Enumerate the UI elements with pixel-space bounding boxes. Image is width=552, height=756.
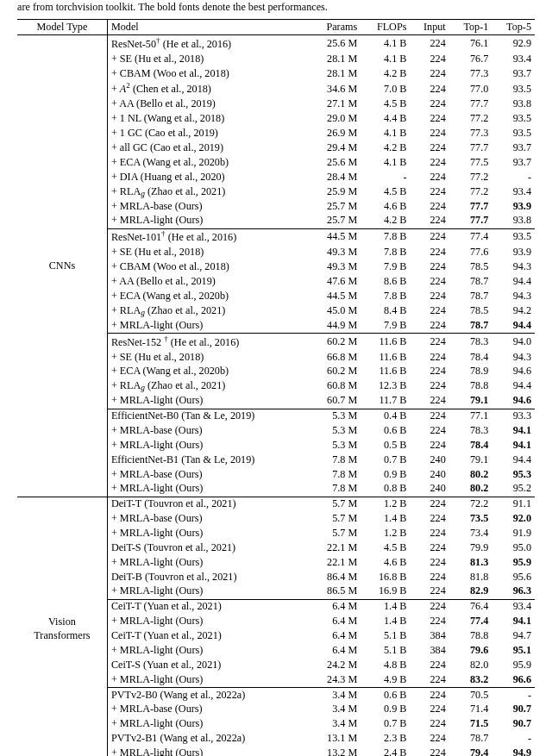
cell: 3.4 M bbox=[310, 717, 361, 732]
cell: 24.3 M bbox=[310, 672, 361, 687]
cell: 60.2 M bbox=[310, 365, 361, 379]
cell: 45.0 M bbox=[310, 303, 361, 318]
cell: 94.0 bbox=[492, 334, 535, 350]
cell: 77.5 bbox=[449, 155, 492, 170]
cell: 224 bbox=[410, 184, 448, 199]
cell: + SE (Hu et al., 2018) bbox=[107, 52, 310, 66]
cell: 7.0 B bbox=[361, 81, 410, 97]
cell: 4.5 B bbox=[361, 97, 410, 112]
cell: 93.4 bbox=[492, 599, 535, 614]
cell: 224 bbox=[410, 81, 448, 97]
cell: 78.8 bbox=[449, 379, 492, 394]
cell: 25.7 M bbox=[310, 199, 361, 214]
cell: 0.6 B bbox=[361, 688, 410, 703]
cell: 93.8 bbox=[492, 97, 535, 112]
cell: 94.4 bbox=[492, 379, 535, 394]
cell: + MRLA-base (Ours) bbox=[107, 199, 310, 214]
cell: 81.3 bbox=[449, 555, 492, 570]
cell: 60.8 M bbox=[310, 379, 361, 394]
cell: 7.8 M bbox=[310, 467, 361, 482]
cell: CeiT-S (Yuan et al., 2021) bbox=[107, 658, 310, 672]
results-table: Model Type Model Params FLOPs Input Top-… bbox=[17, 19, 535, 756]
cell: 224 bbox=[410, 409, 448, 423]
cell: PVTv2-B1 (Wang et al., 2022a) bbox=[107, 732, 310, 747]
cell: + RLAg (Zhao et al., 2021) bbox=[107, 303, 310, 318]
cell: + AA (Bello et al., 2019) bbox=[107, 274, 310, 289]
cell: 16.8 B bbox=[361, 570, 410, 584]
cell: 3.4 M bbox=[310, 688, 361, 703]
cell: 77.1 bbox=[449, 409, 492, 423]
cell: 77.7 bbox=[449, 141, 492, 155]
cell: 79.1 bbox=[449, 394, 492, 409]
col-top5: Top-5 bbox=[492, 20, 535, 35]
cell: 224 bbox=[410, 658, 448, 672]
cell: 224 bbox=[410, 555, 448, 570]
cell: 71.4 bbox=[449, 703, 492, 717]
cell: 29.4 M bbox=[310, 141, 361, 155]
cell: 94.2 bbox=[492, 303, 535, 318]
cell: + MRLA-light (Ours) bbox=[107, 214, 310, 228]
table-header-row: Model Type Model Params FLOPs Input Top-… bbox=[17, 20, 535, 35]
cell: + MRLA-base (Ours) bbox=[107, 512, 310, 527]
cell: + MRLA-light (Ours) bbox=[107, 615, 310, 629]
cell: 0.6 B bbox=[361, 424, 410, 439]
cell: 90.7 bbox=[492, 717, 535, 732]
cell: 11.6 B bbox=[361, 350, 410, 365]
cell: 4.8 B bbox=[361, 658, 410, 672]
cell: 1.2 B bbox=[361, 497, 410, 511]
cell: 95.1 bbox=[492, 643, 535, 658]
cell: 94.6 bbox=[492, 365, 535, 379]
cell: 77.4 bbox=[449, 228, 492, 245]
cell: EfficientNet-B0 (Tan & Le, 2019) bbox=[107, 409, 310, 423]
cell: 224 bbox=[410, 688, 448, 703]
cell: 0.4 B bbox=[361, 409, 410, 423]
cell: 78.9 bbox=[449, 365, 492, 379]
cell: 224 bbox=[410, 318, 448, 333]
cell: 224 bbox=[410, 717, 448, 732]
cell: 6.4 M bbox=[310, 615, 361, 629]
cell: + A2 (Chen et al., 2018) bbox=[107, 81, 310, 97]
cell: 7.8 B bbox=[361, 289, 410, 303]
cell: 22.1 M bbox=[310, 540, 361, 555]
cell: 13.2 M bbox=[310, 746, 361, 756]
cell: 224 bbox=[410, 672, 448, 687]
cell: 94.6 bbox=[492, 394, 535, 409]
cell: 95.3 bbox=[492, 467, 535, 482]
cell: 16.9 B bbox=[361, 584, 410, 599]
cell: 224 bbox=[410, 35, 448, 52]
cell: 3.4 M bbox=[310, 703, 361, 717]
cell: 22.1 M bbox=[310, 555, 361, 570]
cell: 79.6 bbox=[449, 643, 492, 658]
cell: 93.7 bbox=[492, 66, 535, 81]
cell: 24.2 M bbox=[310, 658, 361, 672]
cell: 5.3 M bbox=[310, 424, 361, 439]
cell: 224 bbox=[410, 246, 448, 260]
cell: 93.9 bbox=[492, 199, 535, 214]
cell: + MRLA-light (Ours) bbox=[107, 672, 310, 687]
cell: + ECA (Wang et al., 2020b) bbox=[107, 155, 310, 170]
cell: 224 bbox=[410, 141, 448, 155]
cell: + CBAM (Woo et al., 2018) bbox=[107, 260, 310, 275]
cell: 13.1 M bbox=[310, 732, 361, 747]
col-model-type: Model Type bbox=[17, 20, 107, 35]
cell: CeiT-T (Yuan et al., 2021) bbox=[107, 599, 310, 614]
cell: 49.3 M bbox=[310, 260, 361, 275]
cell: + MRLA-light (Ours) bbox=[107, 394, 310, 409]
cell: 73.5 bbox=[449, 512, 492, 527]
cell: 78.4 bbox=[449, 350, 492, 365]
cell: - bbox=[492, 732, 535, 747]
cell: 77.7 bbox=[449, 97, 492, 112]
cell: + AA (Bello et al., 2019) bbox=[107, 97, 310, 112]
cell: 224 bbox=[410, 746, 448, 756]
model-type-cnns: CNNs bbox=[17, 35, 107, 497]
cell: 224 bbox=[410, 334, 448, 350]
col-top1: Top-1 bbox=[449, 20, 492, 35]
cell: 60.2 M bbox=[310, 334, 361, 350]
col-flops: FLOPs bbox=[361, 20, 410, 35]
cell: 0.7 B bbox=[361, 453, 410, 467]
cell: 224 bbox=[410, 732, 448, 747]
cell: 76.7 bbox=[449, 52, 492, 66]
cell: 5.1 B bbox=[361, 629, 410, 644]
cell: 94.1 bbox=[492, 424, 535, 439]
cell: 86.5 M bbox=[310, 584, 361, 599]
